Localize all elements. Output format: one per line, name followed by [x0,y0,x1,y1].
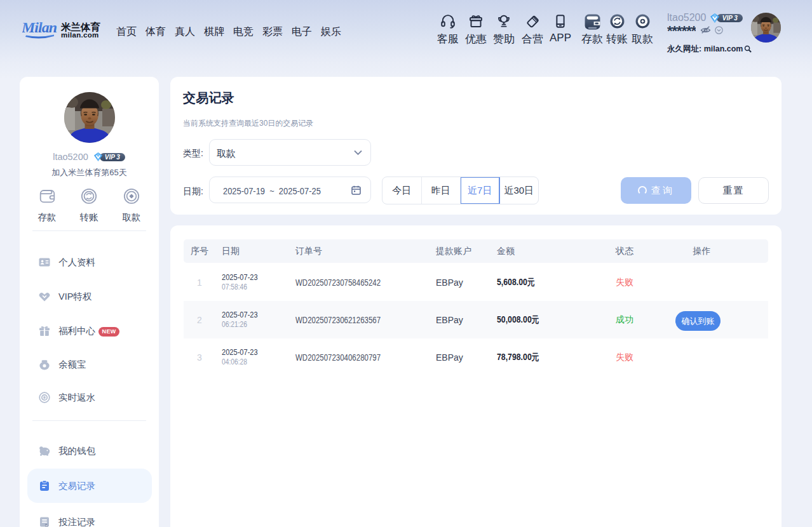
svg-text:Milan: Milan [22,19,57,36]
